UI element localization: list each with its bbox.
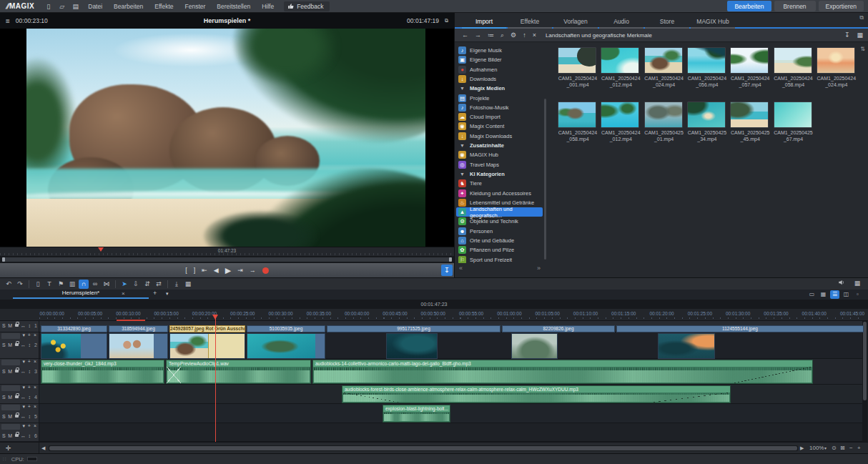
image-clip[interactable]: [41, 333, 107, 359]
jump-end-button[interactable]: →: [250, 267, 256, 274]
scrub-playhead-marker[interactable]: [98, 247, 104, 252]
mark-in-button[interactable]: [: [185, 267, 187, 274]
resize-h-icon[interactable]: ↔: [21, 414, 26, 419]
tab-magix-hub[interactable]: MAGIX Hub: [691, 16, 735, 29]
video-preview[interactable]: [0, 29, 454, 247]
clip-name-bar[interactable]: 245928057.jpeg Rot Grün Ausschnitt We...: [169, 325, 245, 332]
view-list-icon[interactable]: ☰: [830, 290, 839, 299]
sidebar-item-sport-und-freizeit[interactable]: ⚐Sport und Freizeit: [456, 255, 543, 263]
audio-clip[interactable]: explosion-blast-lightning-bolt...: [383, 405, 450, 423]
panel-popout-icon[interactable]: ⧉: [859, 14, 864, 21]
snap-icon[interactable]: ∩: [79, 280, 89, 289]
insert-mode-icon[interactable]: ⇩: [131, 280, 141, 289]
record-button[interactable]: [262, 267, 269, 274]
sidebar-item-eigene-musik[interactable]: ♪Eigene Musik: [456, 46, 543, 55]
resize-h-icon[interactable]: ↔: [21, 342, 26, 347]
range-start-handle[interactable]: [2, 257, 5, 262]
mixer-icon[interactable]: ▦: [852, 279, 862, 289]
zoom-level[interactable]: 100%: [809, 445, 824, 451]
sidebar-item-landschaften-und-geografisch-[interactable]: ▲Landschaften und geografisch...: [456, 207, 543, 217]
fade-out-handle[interactable]: [651, 393, 730, 403]
view-screen-icon[interactable]: ▭: [807, 290, 817, 299]
track-5-lane[interactable]: [39, 404, 864, 423]
undo-icon[interactable]: ↶: [4, 280, 14, 289]
mode-button-brennen[interactable]: Brennen: [774, 1, 816, 11]
speaker-icon[interactable]: [837, 279, 847, 289]
ungroup-icon[interactable]: ⋈: [102, 280, 112, 289]
image-clip[interactable]: [247, 333, 325, 359]
tab-vorlagen[interactable]: Vorlagen: [553, 16, 598, 29]
mute-button[interactable]: M: [8, 433, 12, 438]
sidebar-item-eigene-bilder[interactable]: ▣Eigene Bilder: [456, 55, 543, 64]
media-thumbnail[interactable]: CAM1_20250424_057.mp4: [730, 47, 770, 89]
clip-name-bar[interactable]: 313342890.jpeg: [41, 325, 107, 332]
open-folder-icon[interactable]: ▱: [57, 2, 66, 11]
preview-range-scrollbar[interactable]: [0, 256, 454, 263]
feedback-button[interactable]: Feedback: [284, 1, 329, 11]
mode-button-bearbeiten[interactable]: Bearbeiten: [727, 1, 771, 11]
prev-frame-button[interactable]: ◀: [214, 267, 219, 274]
tab-effekte[interactable]: Effekte: [508, 16, 552, 29]
zoom-in-icon[interactable]: +: [857, 445, 861, 451]
media-thumbnail[interactable]: CAM1_20250425_67.mp4: [774, 102, 814, 143]
lock-icon[interactable]: [15, 395, 19, 398]
mute-button[interactable]: M: [8, 342, 12, 347]
fade-in-handle[interactable]: [342, 393, 400, 403]
audio-clip[interactable]: very-close-thunder_GkJ_184d.mp3: [41, 360, 164, 384]
track-field-buttons[interactable]: ▾ + ×: [22, 404, 37, 410]
media-thumbnail[interactable]: CAM1_20250424_058.mp4: [774, 47, 814, 89]
tree-scroll-right-icon[interactable]: »: [537, 265, 541, 272]
mode-button-exportieren[interactable]: Exportieren: [819, 1, 864, 11]
solo-button[interactable]: S: [2, 369, 6, 374]
redo-icon[interactable]: ↷: [15, 280, 25, 289]
track-field-buttons[interactable]: ▾ + ×: [22, 359, 37, 365]
zoom-out-icon[interactable]: −: [849, 445, 853, 451]
arrange-icon[interactable]: ⇄: [154, 280, 164, 289]
tree-view-icon[interactable]: ≔: [488, 31, 494, 39]
track-field-buttons[interactable]: ▾ + ×: [22, 385, 37, 390]
resize-h-icon[interactable]: ↔: [21, 369, 26, 374]
solo-button[interactable]: S: [2, 342, 6, 347]
tab-audio[interactable]: Audio: [599, 16, 643, 29]
menu-bereitstellen[interactable]: Bereitstellen: [211, 1, 256, 11]
clip-name-bar[interactable]: 82209826.jpeg: [502, 325, 615, 332]
scroll-left-icon[interactable]: ◀: [41, 445, 45, 451]
play-button[interactable]: ▶: [225, 267, 231, 274]
track-field-buttons[interactable]: ▾ + ×: [22, 423, 37, 429]
clip-name-bar[interactable]: 510035935.jpeg: [247, 325, 325, 332]
media-thumbnail[interactable]: CAM1_20250424_024.mp4: [644, 47, 684, 89]
zoom-fit-icon[interactable]: ⊙: [832, 445, 837, 451]
image-clip[interactable]: [386, 333, 438, 359]
arrange-import-button[interactable]: ↧: [441, 265, 453, 276]
resize-v-icon[interactable]: ↕: [29, 342, 31, 347]
menu-datei[interactable]: Datei: [82, 1, 108, 11]
sidebar-item-projekte[interactable]: ▤Projekte: [456, 94, 543, 103]
fade-icon[interactable]: ⤓: [172, 280, 182, 289]
delete-icon[interactable]: ▯: [33, 280, 43, 289]
preview-scrub-bar[interactable]: 01:47:23: [0, 247, 454, 256]
sidebar-item-pflanzen-und-pilze[interactable]: ✿Pflanzen und Pilze: [456, 245, 543, 255]
sidebar-item-magix-downloads[interactable]: ↓Magix Downloads: [456, 132, 543, 141]
playhead-handle[interactable]: [212, 315, 218, 320]
mouse-mode-icon[interactable]: ➤: [119, 280, 129, 289]
audio-clip[interactable]: audioblocks-14-collettivo-armonico-carlo…: [312, 360, 813, 384]
lock-icon[interactable]: [15, 415, 19, 418]
sidebar-item-magix-content[interactable]: ◉Magix Content: [456, 122, 543, 131]
add-project-tab-icon[interactable]: +: [153, 290, 157, 297]
menu-hilfe[interactable]: Hilfe: [256, 1, 280, 11]
media-thumbnail[interactable]: CAM1_20250424_012.mp4: [601, 102, 641, 143]
grid-view-icon[interactable]: ▦: [857, 31, 863, 39]
sidebar-item-travel-maps[interactable]: ◎Travel Maps: [456, 160, 543, 169]
marker-icon[interactable]: ⚑: [56, 280, 66, 289]
clip-name-bar[interactable]: 1124555144.jpeg: [616, 325, 864, 332]
audio-clip[interactable]: TempPreviewAudioClip1.wav: [166, 360, 311, 384]
sidebar-item-downloads[interactable]: ↓Downloads: [456, 74, 543, 84]
settings-gear-icon[interactable]: ⚙: [511, 31, 516, 39]
objects-icon[interactable]: ▥: [67, 280, 77, 289]
lock-icon[interactable]: [15, 434, 19, 437]
zoom-dropdown-icon[interactable]: ▾: [824, 445, 827, 450]
search-icon[interactable]: ⌕: [500, 31, 504, 39]
media-thumbnail[interactable]: CAM1_20250424_056.mp4: [687, 47, 727, 89]
sidebar-item-magix-hub[interactable]: ◉MAGIX Hub: [456, 150, 543, 159]
sidebar-item-orte-und-geb-ude[interactable]: ⌂Orte und Gebäude: [456, 236, 543, 245]
